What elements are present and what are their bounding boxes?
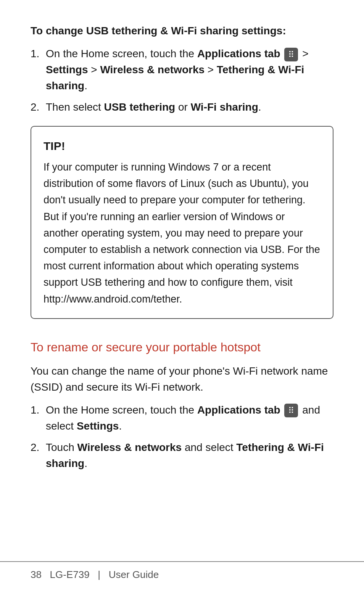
- step-1-bold1: Applications tab: [197, 48, 280, 60]
- step-1-number: 1.: [31, 46, 46, 62]
- section2-steps: 1. On the Home screen, touch the Applica…: [31, 402, 333, 472]
- usb-tethering-bold: USB tethering: [104, 101, 176, 113]
- section2-step-1-number: 1.: [31, 402, 46, 418]
- arrow2: >: [91, 64, 100, 76]
- section2-step-1-content: On the Home screen, touch the Applicatio…: [46, 402, 333, 434]
- section2-step-2-number: 2.: [31, 439, 46, 456]
- section2-step-2: 2. Touch Wireless & networks and select …: [31, 439, 333, 472]
- section2-step-2-content: Touch Wireless & networks and select Tet…: [46, 439, 333, 472]
- footer-text: 38 LG-E739 | User Guide: [31, 569, 159, 580]
- settings-bold: Settings: [46, 64, 88, 76]
- step-2-content: Then select USB tethering or Wi-Fi shari…: [46, 99, 333, 115]
- section2-title: To rename or secure your portable hotspo…: [31, 338, 333, 356]
- step-2-number: 2.: [31, 99, 46, 115]
- wifi-sharing-bold: Wi-Fi sharing: [191, 101, 258, 113]
- footer-page-number: 38: [31, 569, 42, 580]
- step-1-content: On the Home screen, touch the Applicatio…: [46, 46, 333, 94]
- applications-tab-icon: [284, 48, 298, 61]
- section1-heading-text: To change USB tethering & Wi-Fi sharing …: [31, 25, 286, 37]
- arrow3: >: [208, 64, 217, 76]
- footer-device: LG-E739: [50, 569, 90, 580]
- section2-intro: You can change the name of your phone's …: [31, 363, 333, 395]
- arrow1: >: [302, 48, 308, 60]
- footer: 38 LG-E739 | User Guide: [0, 561, 364, 583]
- section1-steps: 1. On the Home screen, touch the Applica…: [31, 46, 333, 115]
- footer-guide: User Guide: [109, 569, 159, 580]
- tip-body: If your computer is running Windows 7 or…: [43, 159, 321, 307]
- section2-step-1: 1. On the Home screen, touch the Applica…: [31, 402, 333, 434]
- step-2: 2. Then select USB tethering or Wi-Fi sh…: [31, 99, 333, 115]
- footer-separator: |: [98, 569, 100, 580]
- section2-wireless-bold: Wireless & networks: [77, 441, 182, 453]
- section2-applications-tab-bold: Applications tab: [197, 404, 280, 416]
- section1-heading: To change USB tethering & Wi-Fi sharing …: [31, 23, 333, 39]
- wireless-networks-bold: Wireless & networks: [100, 64, 205, 76]
- page: To change USB tethering & Wi-Fi sharing …: [0, 0, 364, 594]
- tip-heading: TIP!: [43, 137, 321, 155]
- step-1: 1. On the Home screen, touch the Applica…: [31, 46, 333, 94]
- tip-box: TIP! If your computer is running Windows…: [31, 126, 333, 319]
- section2-applications-tab-icon: [284, 404, 298, 417]
- section2-settings-bold: Settings: [77, 420, 119, 432]
